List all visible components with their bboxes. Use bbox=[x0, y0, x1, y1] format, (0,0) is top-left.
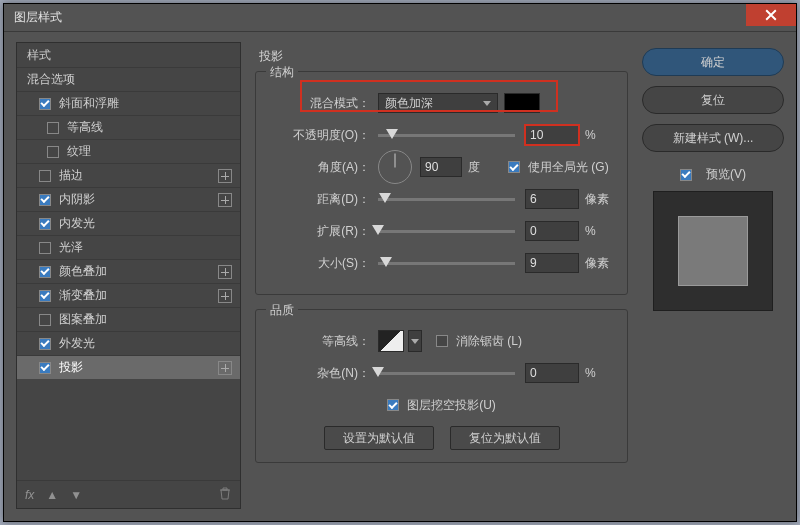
structure-group: 结构 混合模式： 颜色加深 不透明度(O)： % bbox=[255, 71, 628, 295]
style-row-7[interactable]: 颜色叠加 bbox=[17, 259, 240, 283]
contour-preview[interactable] bbox=[378, 330, 404, 352]
trash-icon[interactable] bbox=[218, 486, 232, 503]
angle-dial[interactable] bbox=[378, 150, 412, 184]
antialias-label: 消除锯齿 (L) bbox=[456, 333, 522, 350]
style-row-10[interactable]: 外发光 bbox=[17, 331, 240, 355]
style-label: 纹理 bbox=[67, 143, 91, 160]
titlebar[interactable]: 图层样式 bbox=[4, 4, 796, 32]
knockout-label: 图层挖空投影(U) bbox=[407, 397, 496, 414]
style-row-3[interactable]: 描边 bbox=[17, 163, 240, 187]
opacity-slider[interactable] bbox=[378, 134, 515, 137]
styles-header: 样式 bbox=[17, 43, 240, 67]
style-row-4[interactable]: 内阴影 bbox=[17, 187, 240, 211]
contour-dropdown[interactable] bbox=[408, 330, 422, 352]
close-button[interactable] bbox=[746, 4, 796, 26]
style-label: 等高线 bbox=[67, 119, 103, 136]
angle-unit: 度 bbox=[462, 159, 498, 176]
styles-footer: fx ▲ ▼ bbox=[17, 480, 240, 508]
style-row-6[interactable]: 光泽 bbox=[17, 235, 240, 259]
global-light-checkbox[interactable] bbox=[508, 161, 520, 173]
blend-mode-select[interactable]: 颜色加深 bbox=[378, 93, 498, 113]
noise-input[interactable] bbox=[525, 363, 579, 383]
reset-default-label: 复位为默认值 bbox=[469, 430, 541, 447]
style-checkbox[interactable] bbox=[47, 146, 59, 158]
add-effect-icon[interactable] bbox=[218, 289, 232, 303]
size-slider[interactable] bbox=[378, 262, 515, 265]
down-icon[interactable]: ▼ bbox=[70, 488, 82, 502]
style-checkbox[interactable] bbox=[39, 218, 51, 230]
size-input[interactable] bbox=[525, 253, 579, 273]
reset-default-button[interactable]: 复位为默认值 bbox=[450, 426, 560, 450]
knockout-checkbox[interactable] bbox=[387, 399, 399, 411]
ok-button[interactable]: 确定 bbox=[642, 48, 784, 76]
size-unit: 像素 bbox=[579, 255, 615, 272]
style-row-5[interactable]: 内发光 bbox=[17, 211, 240, 235]
add-effect-icon[interactable] bbox=[218, 265, 232, 279]
style-checkbox[interactable] bbox=[39, 338, 51, 350]
action-column: 确定 复位 新建样式 (W)... 预览(V) bbox=[642, 42, 784, 509]
opacity-unit: % bbox=[579, 128, 615, 142]
style-label: 斜面和浮雕 bbox=[59, 95, 119, 112]
fx-icon[interactable]: fx bbox=[25, 488, 34, 502]
style-row-8[interactable]: 渐变叠加 bbox=[17, 283, 240, 307]
cancel-button[interactable]: 复位 bbox=[642, 86, 784, 114]
style-checkbox[interactable] bbox=[39, 314, 51, 326]
blend-mode-value: 颜色加深 bbox=[385, 95, 433, 112]
add-effect-icon[interactable] bbox=[218, 361, 232, 375]
chevron-down-icon bbox=[483, 101, 491, 106]
noise-label: 杂色(N)： bbox=[268, 365, 378, 382]
preview-box bbox=[653, 191, 773, 311]
make-default-button[interactable]: 设置为默认值 bbox=[324, 426, 434, 450]
spread-slider[interactable] bbox=[378, 230, 515, 233]
style-checkbox[interactable] bbox=[39, 242, 51, 254]
style-label: 描边 bbox=[59, 167, 83, 184]
angle-input[interactable] bbox=[420, 157, 462, 177]
spread-unit: % bbox=[579, 224, 615, 238]
style-checkbox[interactable] bbox=[39, 170, 51, 182]
global-light-label: 使用全局光 (G) bbox=[528, 159, 609, 176]
style-checkbox[interactable] bbox=[39, 194, 51, 206]
style-label: 图案叠加 bbox=[59, 311, 107, 328]
opacity-input[interactable] bbox=[525, 125, 579, 145]
preview-swatch bbox=[678, 216, 748, 286]
close-icon bbox=[765, 9, 777, 21]
add-effect-icon[interactable] bbox=[218, 169, 232, 183]
distance-label: 距离(D)： bbox=[268, 191, 378, 208]
style-row-0[interactable]: 斜面和浮雕 bbox=[17, 91, 240, 115]
shadow-color-swatch[interactable] bbox=[504, 93, 540, 113]
cancel-label: 复位 bbox=[701, 92, 725, 109]
style-checkbox[interactable] bbox=[39, 98, 51, 110]
quality-legend: 品质 bbox=[266, 302, 298, 319]
blending-options-row[interactable]: 混合选项 bbox=[17, 67, 240, 91]
style-checkbox[interactable] bbox=[47, 122, 59, 134]
new-style-button[interactable]: 新建样式 (W)... bbox=[642, 124, 784, 152]
ok-label: 确定 bbox=[701, 54, 725, 71]
dialog-body: 样式 混合选项 斜面和浮雕等高线纹理描边内阴影内发光光泽颜色叠加渐变叠加图案叠加… bbox=[4, 32, 796, 521]
distance-input[interactable] bbox=[525, 189, 579, 209]
add-effect-icon[interactable] bbox=[218, 193, 232, 207]
antialias-checkbox[interactable] bbox=[436, 335, 448, 347]
quality-group: 品质 等高线： 消除锯齿 (L) 杂色(N)： % bbox=[255, 309, 628, 463]
style-label: 投影 bbox=[59, 359, 83, 376]
style-row-11[interactable]: 投影 bbox=[17, 355, 240, 379]
chevron-down-icon bbox=[411, 339, 419, 344]
window-title: 图层样式 bbox=[14, 9, 62, 26]
preview-label: 预览(V) bbox=[706, 166, 746, 183]
spread-input[interactable] bbox=[525, 221, 579, 241]
blend-mode-label: 混合模式： bbox=[268, 95, 378, 112]
style-row-9[interactable]: 图案叠加 bbox=[17, 307, 240, 331]
up-icon[interactable]: ▲ bbox=[46, 488, 58, 502]
blending-options-label: 混合选项 bbox=[27, 71, 75, 88]
contour-label: 等高线： bbox=[268, 333, 378, 350]
style-row-1[interactable]: 等高线 bbox=[17, 115, 240, 139]
style-row-2[interactable]: 纹理 bbox=[17, 139, 240, 163]
distance-unit: 像素 bbox=[579, 191, 615, 208]
new-style-label: 新建样式 (W)... bbox=[673, 130, 754, 147]
distance-slider[interactable] bbox=[378, 198, 515, 201]
style-checkbox[interactable] bbox=[39, 362, 51, 374]
preview-checkbox[interactable] bbox=[680, 169, 692, 181]
noise-slider[interactable] bbox=[378, 372, 515, 375]
style-checkbox[interactable] bbox=[39, 290, 51, 302]
angle-label: 角度(A)： bbox=[268, 159, 378, 176]
style-checkbox[interactable] bbox=[39, 266, 51, 278]
